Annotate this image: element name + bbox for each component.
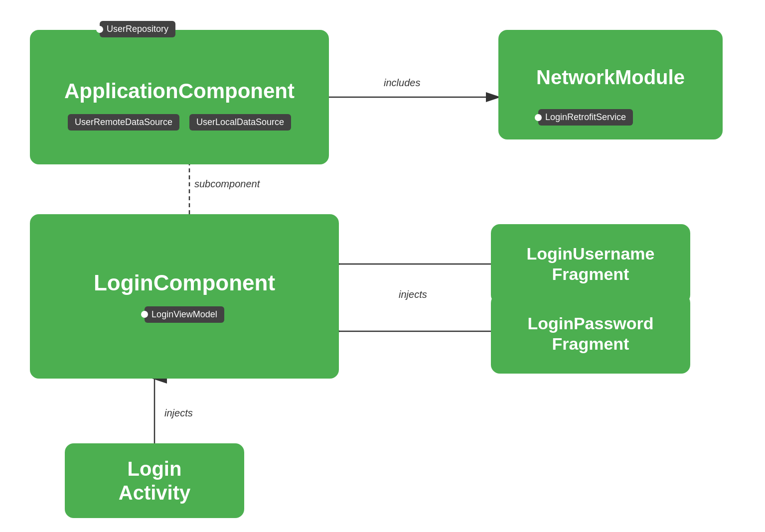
login-component-title: LoginComponent (94, 270, 275, 296)
injects-bottom-label: injects (164, 407, 193, 419)
login-activity-title: Login Activity (119, 457, 191, 505)
login-viewmodel-chip: LoginViewModel (145, 306, 224, 323)
login-retrofit-service-chip: LoginRetrofitService (538, 109, 633, 126)
login-retrofit-service-dot (535, 114, 542, 121)
login-activity-box: Login Activity (65, 443, 244, 518)
login-component-box: LoginComponent LoginViewModel (30, 214, 339, 379)
user-repository-chip: UserRepository (100, 21, 175, 37)
login-viewmodel-dot (141, 311, 148, 318)
login-username-fragment-box: LoginUsername Fragment (491, 224, 690, 304)
login-password-fragment-title: LoginPassword Fragment (527, 313, 653, 354)
user-repository-dot (96, 26, 103, 33)
network-module-box: NetworkModule LoginRetrofitService (498, 30, 723, 139)
includes-label: includes (384, 77, 420, 89)
user-local-datasource-chip: UserLocalDataSource (189, 114, 291, 131)
subcomponent-label: subcomponent (194, 178, 260, 190)
network-module-title: NetworkModule (536, 65, 685, 89)
diagram-container: UserRepository ApplicationComponent User… (0, 0, 765, 532)
login-username-fragment-title: LoginUsername Fragment (527, 244, 655, 284)
login-password-fragment-box: LoginPassword Fragment (491, 294, 690, 374)
application-component-box: UserRepository ApplicationComponent User… (30, 30, 329, 164)
injects-right-label: injects (399, 289, 427, 300)
application-component-title: ApplicationComponent (64, 79, 295, 104)
user-remote-datasource-chip: UserRemoteDataSource (68, 114, 179, 131)
